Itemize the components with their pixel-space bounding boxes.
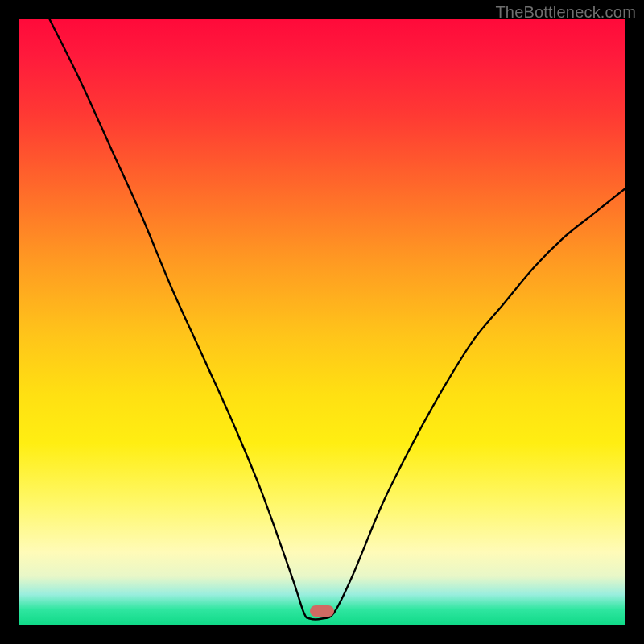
bottleneck-curve <box>19 19 625 625</box>
chart-frame: TheBottleneck.com <box>0 0 644 644</box>
plot-area <box>19 19 625 625</box>
optimal-point-marker <box>310 605 334 617</box>
watermark-text: TheBottleneck.com <box>495 3 636 22</box>
curve-path <box>50 19 625 619</box>
